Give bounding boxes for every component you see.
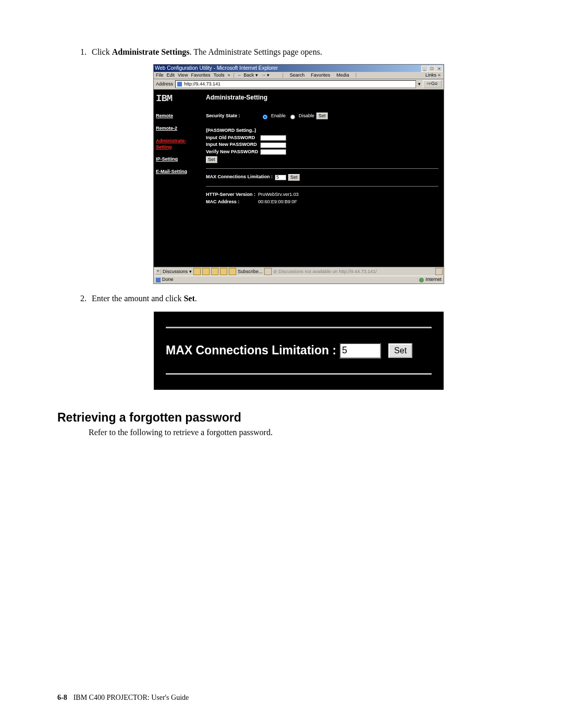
close-icon[interactable]: ×: [436, 66, 443, 72]
page-title: Administrate-Setting: [206, 94, 438, 102]
discussions-icon-4[interactable]: [220, 268, 227, 275]
maximize-icon[interactable]: □: [429, 66, 435, 72]
zoom-max-conn-input[interactable]: [339, 343, 381, 359]
address-value: http://9.44.73.141: [184, 81, 221, 88]
toolbar-back-label[interactable]: ← Back ▾: [238, 72, 258, 79]
address-dropdown-icon[interactable]: ▾: [418, 81, 421, 88]
max-conn-input[interactable]: [275, 175, 286, 180]
step-1: Click Administrate Settings. The Adminis…: [89, 47, 506, 284]
ie-window: Web Configuration Utility - Microsoft In…: [153, 64, 444, 284]
page-footer: 6-8IBM C400 PROJECTOR: User's Guide: [57, 694, 189, 702]
old-password-label: Input Old PASSWORD: [206, 135, 258, 141]
discussions-icon-3[interactable]: [211, 268, 218, 275]
discussions-icon-1[interactable]: [193, 268, 201, 275]
menu-view[interactable]: View: [178, 72, 188, 79]
sidebar-item-remote-2[interactable]: Remote-2: [156, 126, 199, 132]
ie-addressbar: Address http://9.44.73.141 ▾ ⇨Go: [154, 79, 444, 90]
divider-2: [206, 186, 438, 187]
max-conn-label: MAX Connections Limitation :: [206, 174, 273, 180]
http-version-label: HTTP-Server Version :: [206, 192, 258, 198]
ie-window-title: Web Configuration Utility - Microsoft In…: [155, 65, 278, 72]
address-input[interactable]: http://9.44.73.141: [175, 80, 416, 88]
zoom-divider-bottom: [166, 373, 432, 375]
sidebar-item-administrate-setting[interactable]: Administrate-Setting: [156, 138, 199, 150]
old-password-input[interactable]: [260, 135, 286, 141]
max-conn-set-button[interactable]: Set: [288, 174, 300, 181]
new-password-input[interactable]: [260, 142, 286, 148]
ie-content-area: IBM Remote Remote-2 Administrate-Setting…: [154, 90, 444, 267]
step-2-suffix: .: [195, 294, 197, 303]
config-main: Administrate-Setting Security State : En…: [201, 90, 444, 267]
status-zone: Internet: [425, 277, 442, 283]
discussions-bar: × Discussions▾ Subscribe... ⊘ Discussion…: [154, 267, 444, 276]
status-done: Done: [162, 277, 174, 283]
http-version-value: ProWebSrv.ver1.03: [258, 192, 299, 198]
sidebar-item-email-setting[interactable]: E-Mail-Setting: [156, 169, 199, 175]
security-set-button[interactable]: Set: [316, 113, 328, 119]
password-section-label: (PASSWORD Setting..): [206, 128, 438, 134]
discussions-right-icon[interactable]: [435, 268, 443, 275]
ie-menubar: File Edit View Favorites Tools » | ← Bac…: [154, 72, 444, 80]
status-page-icon: [156, 278, 161, 282]
security-enable-radio[interactable]: [263, 115, 267, 119]
address-label: Address: [156, 81, 173, 88]
menu-file[interactable]: File: [156, 72, 164, 79]
menu-help-chevron[interactable]: »: [227, 72, 230, 79]
step-1-prefix: Click: [92, 47, 112, 56]
ie-titlebar: Web Configuration Utility - Microsoft In…: [154, 65, 444, 72]
toolbar-forward-icon[interactable]: → ▾: [261, 72, 270, 79]
security-disable-text: Disable: [299, 113, 314, 119]
toolbar-media-label[interactable]: Media: [336, 72, 349, 79]
mac-address-value: 00:60:E9:00:B9:0F: [258, 199, 297, 205]
step-2: Enter the amount and click Set. MAX Conn…: [89, 293, 506, 390]
step-1-suffix: . The Administrate Settings page opens.: [190, 47, 322, 56]
page-number: 6-8: [57, 694, 67, 701]
max-conn-row: MAX Connections Limitation : Set: [206, 174, 438, 181]
step-2-prefix: Enter the amount and click: [92, 294, 183, 303]
ibm-logo: IBM: [156, 94, 199, 104]
ie-page-favicon: [177, 81, 182, 87]
zoom-screenshot: MAX Connections Limitation : Set: [154, 312, 444, 390]
security-state-row: Security State : Enable Disable Set: [206, 113, 438, 119]
section-body: Refer to the following to retrieve a for…: [89, 428, 506, 437]
toolbar-favorites-label[interactable]: Favorites: [311, 72, 330, 79]
discussions-icon-6[interactable]: [264, 268, 272, 275]
security-disable-radio[interactable]: [290, 115, 295, 119]
toolbar-search-label[interactable]: Search: [290, 72, 305, 79]
discussions-close-icon[interactable]: ×: [155, 268, 161, 275]
security-enable-text: Enable: [271, 113, 286, 119]
new-password-label: Input New PASSWORD: [206, 142, 258, 148]
go-button[interactable]: ⇨Go: [423, 80, 442, 88]
status-zone-icon: [419, 278, 424, 282]
discussions-icon-5[interactable]: [229, 268, 236, 275]
divider-1: [206, 168, 438, 169]
window-buttons: _□×: [421, 65, 443, 72]
minimize-icon[interactable]: _: [421, 66, 428, 72]
zoom-max-conn-label: MAX Connections Limitation :: [166, 343, 336, 359]
config-sidebar: IBM Remote Remote-2 Administrate-Setting…: [154, 90, 201, 267]
footer-title: IBM C400 PROJECTOR: User's Guide: [74, 694, 189, 701]
mac-address-label: MAC Address :: [206, 199, 258, 205]
mac-address-row: MAC Address : 00:60:E9:00:B9:0F: [206, 199, 438, 205]
ie-statusbar: Done Internet: [154, 276, 444, 283]
verify-password-label: Verify New PASSWORD: [206, 149, 258, 155]
sidebar-item-remote[interactable]: Remote: [156, 113, 199, 119]
security-state-label: Security State :: [206, 113, 258, 119]
step-1-bold: Administrate Settings: [112, 47, 190, 56]
toolbar-links[interactable]: Links »: [425, 72, 442, 79]
discussions-icon-2[interactable]: [202, 268, 210, 275]
discussions-label[interactable]: Discussions: [163, 269, 188, 275]
instruction-list: Click Administrate Settings. The Adminis…: [89, 47, 506, 390]
discussions-subscribe[interactable]: Subscribe...: [238, 269, 263, 275]
section-heading: Retrieving a forgotten password: [57, 411, 506, 425]
menu-tools[interactable]: Tools: [213, 72, 224, 79]
zoom-set-button[interactable]: Set: [388, 343, 412, 358]
step-2-bold: Set: [183, 294, 194, 303]
discussions-not-available: ⊘ Discussions not available on http://9.…: [273, 269, 377, 275]
password-set-button[interactable]: Set: [206, 156, 217, 163]
verify-password-input[interactable]: [260, 149, 286, 155]
http-version-row: HTTP-Server Version : ProWebSrv.ver1.03: [206, 192, 438, 198]
menu-favorites[interactable]: Favorites: [191, 72, 210, 79]
sidebar-item-ip-setting[interactable]: IP-Setting: [156, 156, 199, 163]
menu-edit[interactable]: Edit: [167, 72, 175, 79]
